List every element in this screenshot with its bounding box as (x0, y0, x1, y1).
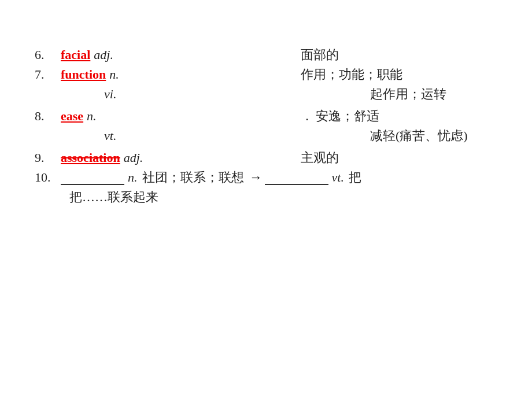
entry-6-def: 面部的 (301, 46, 497, 64)
entry-9-pos: adj. (124, 150, 143, 165)
entry-7-number: 7. (35, 67, 61, 82)
entry-10-blank2 (265, 173, 328, 185)
entry-7-def: 作用；功能；职能 (301, 66, 497, 83)
entry-8-sub-def: 减轻(痛苦、忧虑) (370, 127, 497, 145)
entry-10-blank1 (61, 173, 124, 185)
entry-8-sub: vt. 减轻(痛苦、忧虑) (35, 127, 497, 145)
entry-10: 10. n. 社团；联系；联想 → vt. 把 (35, 169, 497, 186)
entry-7-sub: vi. 起作用；运转 (35, 86, 497, 103)
vocabulary-page: 6. facial adj. 面部的 7. function n. 作用；功能；… (0, 0, 532, 399)
entry-6-number: 6. (35, 47, 61, 62)
entry-9-def: 主观的 (301, 149, 497, 167)
entry-8-def: ．安逸；舒适 (301, 108, 497, 125)
entry-10-def-n: 社团；联系；联想 (142, 169, 244, 186)
entry-10-pos-n: n. (128, 170, 138, 185)
entry-10-pos-vt: vt. (332, 170, 344, 185)
entry-7-pos: n. (109, 67, 119, 82)
entry-8: 8. ease n. ．安逸；舒适 (35, 108, 497, 125)
entry-7-sub-pos: vi. (104, 87, 139, 102)
entry-8-word: ease (61, 109, 83, 124)
entry-10-number: 10. (35, 170, 61, 185)
entry-10-def-vt-partial: 把 (349, 169, 361, 186)
entry-7-left: 7. function n. (35, 67, 301, 82)
entry-9-word: association (61, 150, 120, 165)
entry-10-cont-text: 把……联系起来 (69, 190, 158, 204)
entry-7: 7. function n. 作用；功能；职能 (35, 66, 497, 83)
entry-8-sub-pos: vt. (104, 128, 139, 143)
entry-7-sub-left: vi. (104, 87, 370, 102)
entry-7-sub-def: 起作用；运转 (370, 86, 497, 103)
entry-6-left: 6. facial adj. (35, 47, 301, 62)
entry-9: 9. association adj. 主观的 (35, 149, 497, 167)
entry-6: 6. facial adj. 面部的 (35, 46, 497, 64)
entry-8-number: 8. (35, 109, 61, 124)
entry-10-continuation: 把……联系起来 (35, 189, 497, 206)
entry-6-word: facial (61, 47, 90, 62)
entry-8-left: 8. ease n. (35, 109, 301, 124)
entry-8-dot: ． (301, 109, 313, 123)
entry-9-number: 9. (35, 150, 61, 165)
entry-9-left: 9. association adj. (35, 150, 301, 165)
entry-8-pos: n. (87, 109, 97, 124)
entry-7-word: function (61, 67, 106, 82)
entry-10-arrow: → (250, 170, 263, 185)
entry-8-sub-left: vt. (104, 128, 370, 143)
entry-6-pos: adj. (94, 47, 113, 62)
